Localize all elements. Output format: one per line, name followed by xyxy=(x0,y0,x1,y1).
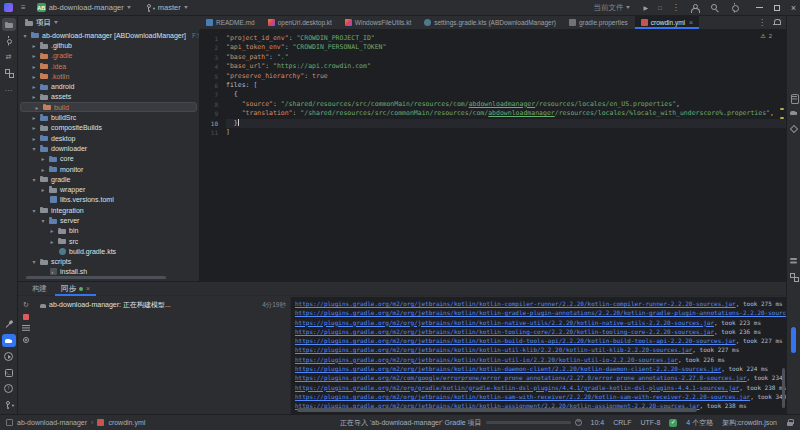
search-everywhere-icon[interactable] xyxy=(710,3,720,13)
stop-button[interactable]: □ xyxy=(658,3,662,13)
console-link[interactable]: https://plugins.gradle.org/m2/org/jetbra… xyxy=(295,328,714,335)
tree-arrow-icon[interactable]: ▸ xyxy=(40,155,46,162)
close-button[interactable]: × xyxy=(791,5,796,11)
run-tool-button[interactable] xyxy=(2,350,16,363)
problems-tool-button[interactable] xyxy=(2,382,16,395)
console-link[interactable]: https://plugins.gradle.org/m2/org/jetbra… xyxy=(295,300,736,307)
tree-item[interactable]: ▸assets xyxy=(18,92,199,102)
tree-arrow-icon[interactable]: ▸ xyxy=(31,42,37,49)
schema-widget[interactable]: 架构:crowdin.json xyxy=(722,418,777,428)
tree-arrow-icon[interactable]: ▸ xyxy=(40,166,46,173)
user-account-icon[interactable] xyxy=(690,3,700,13)
tree-item[interactable]: ▸wrapper xyxy=(18,184,199,194)
console-link[interactable]: https://plugins.gradle.org/m2/org/jetbra… xyxy=(295,309,786,316)
breadcrumb-project[interactable]: ab-download-manager xyxy=(17,419,87,426)
tree-arrow-icon[interactable]: ▸ xyxy=(31,63,37,70)
tree-item[interactable]: ▾integration xyxy=(18,205,199,215)
console-link[interactable]: https://plugins.gradle.org/m2/org/jetbra… xyxy=(295,337,736,344)
structure-tool-button[interactable] xyxy=(2,66,16,79)
editor-tab[interactable]: gradle.properties xyxy=(563,16,635,29)
console-link[interactable]: https://plugins.gradle.org/m2/org/jetbra… xyxy=(295,356,678,363)
tree-arrow-icon[interactable]: ▾ xyxy=(31,207,37,214)
run-config-selector[interactable]: 当前文件 xyxy=(590,2,633,14)
tree-item[interactable]: ▸compositeBuilds xyxy=(18,123,199,133)
sync-console[interactable]: https://plugins.gradle.org/m2/org/jetbra… xyxy=(290,297,786,414)
line-ending-widget[interactable]: CRLF xyxy=(613,419,631,426)
panel-tab[interactable]: 同步× xyxy=(55,282,96,296)
tree-root-item[interactable]: ▾ ab-download-manager [ABDownloadManager… xyxy=(18,30,199,40)
gradle-right-tool-button[interactable] xyxy=(788,107,800,119)
tree-item[interactable]: ▸src xyxy=(18,236,199,246)
main-menu-icon[interactable]: ≡ xyxy=(21,3,26,13)
maven-tool-button[interactable] xyxy=(788,122,800,134)
readonly-lock-icon[interactable] xyxy=(786,418,794,427)
tree-arrow-icon[interactable]: ▾ xyxy=(31,258,37,265)
tree-arrow-icon[interactable]: ▸ xyxy=(31,73,37,80)
maximize-button[interactable] xyxy=(774,5,780,11)
code-link[interactable]: abdownloadmanager xyxy=(469,100,536,108)
console-link[interactable]: https://plugins.gradle.org/m2/com/google… xyxy=(295,374,747,381)
tree-item[interactable]: ▸monitor xyxy=(18,164,199,174)
tree-arrow-icon[interactable]: ▸ xyxy=(40,186,46,193)
tree-item[interactable]: ▾downloader xyxy=(18,143,199,153)
caret-position-widget[interactable]: 10:4 xyxy=(591,419,605,426)
tree-item[interactable]: ▸android xyxy=(18,81,199,91)
project-tool-button[interactable] xyxy=(2,18,16,31)
tree-horizontal-scrollbar[interactable] xyxy=(26,276,166,279)
tree-item[interactable]: ▸.gradle xyxy=(18,51,199,61)
tree-item[interactable]: ▸bin xyxy=(18,226,199,236)
filter-icon[interactable] xyxy=(22,324,30,332)
git-tool-button[interactable] xyxy=(2,398,16,411)
console-link[interactable]: https://plugins.gradle.org/m2/org/jetbra… xyxy=(295,319,714,326)
terminal-tool-button[interactable] xyxy=(2,366,16,379)
tab-options-icon[interactable]: ⋮ xyxy=(758,18,766,28)
ai-assistant-icon[interactable] xyxy=(791,327,796,353)
tree-arrow-icon[interactable]: ▸ xyxy=(31,135,37,142)
inspections-widget[interactable]: ⚠ 2 xyxy=(760,32,772,39)
tree-item[interactable]: ▾gradle xyxy=(18,174,199,184)
tree-arrow-icon[interactable]: ▸ xyxy=(49,227,55,234)
console-horizontal-scrollbar[interactable] xyxy=(297,408,697,412)
commit-tool-button[interactable] xyxy=(2,34,16,47)
branch-widget[interactable]: master xyxy=(142,2,191,14)
build-tool-button[interactable] xyxy=(2,318,16,331)
breadcrumb-file[interactable]: crowdin.yml xyxy=(108,419,145,426)
gradle-tool-button[interactable] xyxy=(2,334,16,347)
code-link[interactable]: abdownloadmanager xyxy=(488,109,555,117)
panel-tab-close-icon[interactable]: × xyxy=(86,285,90,292)
more-tool-windows-button[interactable]: … xyxy=(2,82,16,95)
tree-arrow-icon[interactable]: ▸ xyxy=(31,52,37,59)
more-actions-icon[interactable]: ⋮ xyxy=(672,3,680,13)
console-link[interactable]: https://plugins.gradle.org/m2/org/jetbra… xyxy=(295,346,692,353)
project-widget[interactable]: AB ab-download-manager xyxy=(34,2,134,13)
editor-tab[interactable]: crowdin.yml× xyxy=(635,16,700,29)
editor-tab[interactable]: openUrl.desktop.kt xyxy=(262,16,339,29)
tree-item[interactable]: ▸buildSrc xyxy=(18,112,199,122)
vcs-update-tool-button[interactable]: ⇄ xyxy=(2,50,16,63)
project-panel-header[interactable]: 项目 xyxy=(18,16,200,30)
tree-item[interactable]: ▸desktop xyxy=(18,133,199,143)
refresh-icon[interactable]: ↻ xyxy=(23,300,29,310)
tree-item[interactable]: ▸core xyxy=(18,154,199,164)
code-editor[interactable]: 1234567891011 "project_id_env": "CROWDIN… xyxy=(200,30,786,281)
tree-arrow-icon[interactable]: ▸ xyxy=(49,238,55,245)
tree-item[interactable]: ▸.kotlin xyxy=(18,71,199,81)
minimize-button[interactable] xyxy=(756,7,763,8)
indent-widget[interactable]: 4 个空格 xyxy=(686,418,713,428)
run-button[interactable]: ▶ xyxy=(643,3,648,13)
tree-item[interactable]: libs.versions.toml xyxy=(18,195,199,205)
tree-arrow-icon[interactable]: ▸ xyxy=(31,83,37,90)
tree-arrow-icon[interactable]: ▸ xyxy=(31,114,37,121)
tree-arrow-icon[interactable]: ▾ xyxy=(31,145,37,152)
sync-status-row[interactable]: ab-download-manager: 正在构建模型... 4分19秒 xyxy=(38,300,286,310)
inspections-status-icon[interactable] xyxy=(669,419,677,427)
tree-arrow-icon[interactable]: ▸ xyxy=(31,93,37,100)
tree-arrow-icon[interactable]: ▸ xyxy=(34,104,40,111)
tree-item[interactable]: ▸.idea xyxy=(18,61,199,71)
tree-item[interactable]: ▾server xyxy=(18,215,199,225)
tree-item[interactable]: ▸build xyxy=(20,102,197,112)
tree-arrow-icon[interactable]: ▾ xyxy=(40,217,46,224)
show-options-icon[interactable] xyxy=(22,336,30,344)
cancel-progress-icon[interactable] xyxy=(575,419,582,426)
bookmarks-tool-button[interactable] xyxy=(788,270,800,282)
